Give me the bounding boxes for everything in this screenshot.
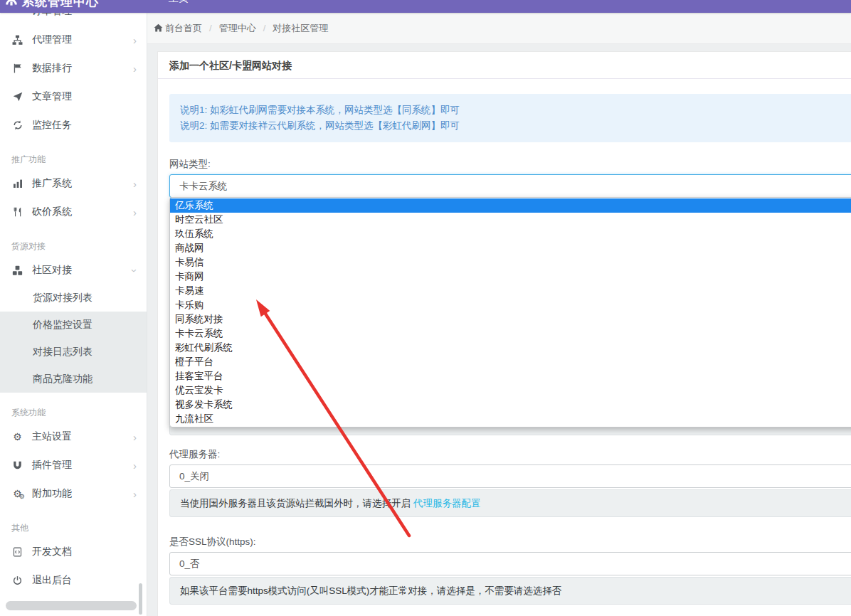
sidebar-item-article-management[interactable]: 文章管理 (0, 83, 147, 111)
sidebar-item-agent-management[interactable]: 代理管理 › (0, 26, 147, 54)
sidebar-vertical-scrollbar[interactable] (139, 583, 142, 615)
sidebar: 订单管理 代理管理 › (0, 13, 147, 616)
submenu-item-supply-list[interactable]: 货源对接列表 (0, 285, 147, 312)
ssl-help: 如果该平台需要https模式访问(又叫SSL模式)才能正常对接，请选择是，不需要… (169, 577, 851, 605)
chevron-right-icon: › (133, 207, 137, 218)
website-type-select-wrap: 卡卡云系统 亿乐系统 时空云社区 玖伍系统 商战网 卡易信 卡商网 卡易速 卡乐… (169, 174, 851, 198)
dropdown-option[interactable]: 卡商网 (170, 270, 851, 284)
brand[interactable]: 系统管理中心 (6, 0, 147, 10)
dropdown-option[interactable]: 时空云社区 (170, 213, 851, 227)
gears-icon: ⚙⚙ (11, 489, 23, 499)
proxy-label: 代理服务器: (169, 448, 851, 461)
chevron-right-icon: › (133, 179, 137, 189)
submenu-community: 货源对接列表 价格监控设置 对接日志列表 商品克隆功能 (0, 285, 147, 393)
dropdown-option[interactable]: 卡卡云系统 (170, 326, 851, 341)
dropdown-option[interactable]: 挂客宝平台 (170, 369, 851, 383)
dropdown-option[interactable]: 彩虹代刷系统 (170, 341, 851, 355)
ssl-value: 0_否 (179, 558, 200, 570)
chevron-right-icon: › (133, 35, 137, 46)
cutlery-icon (11, 207, 23, 217)
dropdown-option[interactable]: 卡易信 (170, 255, 851, 270)
file-code-icon (11, 547, 23, 557)
topbar-nav-item[interactable]: 主页 (169, 0, 189, 5)
breadcrumb-current: 对接社区管理 (273, 22, 328, 35)
website-type-label: 网站类型: (169, 158, 851, 171)
website-type-dropdown: 亿乐系统 时空云社区 玖伍系统 商战网 卡易信 卡商网 卡易速 卡乐购 同系统对… (169, 197, 851, 428)
sidebar-item-dev-docs[interactable]: 开发文档 (0, 538, 147, 566)
sidebar-section-system: 系统功能 (0, 393, 147, 423)
info-alert: 说明1: 如彩虹代刷网需要对接本系统，网站类型选【同系统】即可 说明2: 如需要… (169, 94, 851, 142)
submenu-item-price-monitor[interactable]: 价格监控设置 (0, 312, 147, 339)
chevron-right-icon: › (133, 489, 137, 499)
sidebar-horizontal-scrollbar[interactable] (6, 601, 137, 610)
dropdown-option[interactable]: 橙子平台 (170, 355, 851, 369)
chevron-right-icon: › (133, 432, 137, 442)
sidebar-section-other: 其他 (0, 508, 147, 538)
magnet-icon (11, 461, 23, 470)
submenu-item-product-clone[interactable]: 商品克隆功能 (0, 366, 147, 393)
dropdown-option[interactable]: 九流社区 (170, 412, 851, 426)
dropdown-option[interactable]: 卡易速 (170, 284, 851, 298)
dropdown-option[interactable]: 同系统对接 (170, 312, 851, 326)
proxy-config-link[interactable]: 代理服务器配置 (413, 498, 481, 509)
sidebar-item-logout[interactable]: 退出后台 (0, 566, 147, 595)
sidebar-item-plugin-management[interactable]: 插件管理 › (0, 451, 147, 479)
chevron-right-icon: › (133, 460, 137, 471)
card-title: 添加一个社区/卡盟网站对接 (158, 52, 851, 79)
main-content: 前台首页 / 管理中心 / 对接社区管理 添加一个社区/卡盟网站对接 说明1: … (147, 13, 851, 616)
chart-bar-icon (11, 179, 23, 188)
sidebar-item-addon-features[interactable]: ⚙⚙ 附加功能 › (0, 479, 147, 508)
sidebar-menu: 订单管理 代理管理 › (0, 13, 147, 595)
proxy-select[interactable]: 0_关闭 (169, 464, 851, 488)
dropdown-option[interactable]: 视多发卡系统 (170, 398, 851, 412)
ssl-select[interactable]: 0_否 (169, 552, 851, 575)
power-icon (11, 575, 23, 585)
sidebar-item-promo-system[interactable]: 推广系统 › (0, 169, 147, 198)
sidebar-section-promo: 推广功能 (0, 139, 147, 169)
sidebar-item-data-ranking[interactable]: 数据排行 › (0, 54, 147, 83)
page: 系统管理中心 主页 订单管理 代理管理 › (0, 0, 851, 616)
sidebar-item-monitor-tasks[interactable]: 监控任务 (0, 111, 147, 139)
chevron-right-icon: › (133, 63, 137, 74)
home-icon (154, 23, 163, 33)
sitemap-icon (11, 35, 23, 46)
submenu-item-log-list[interactable]: 对接日志列表 (0, 339, 147, 366)
dropdown-option[interactable]: 亿乐系统 (170, 198, 851, 213)
breadcrumb-separator: / (263, 23, 266, 33)
proxy-help-text: 当使用国外服务器且该货源站拦截国外时，请选择开启 (180, 498, 411, 509)
add-connection-card: 添加一个社区/卡盟网站对接 说明1: 如彩虹代刷网需要对接本系统，网站类型选【同… (157, 51, 851, 616)
sync-icon (11, 120, 23, 130)
dropdown-option[interactable]: 玖伍系统 (170, 227, 851, 241)
breadcrumb-admin-center-link[interactable]: 管理中心 (219, 22, 256, 35)
sidebar-item-bargain-system[interactable]: 砍价系统 › (0, 198, 147, 226)
dropdown-option[interactable]: 优云宝发卡 (170, 383, 851, 398)
card-body: 说明1: 如彩虹代刷网需要对接本系统，网站类型选【同系统】即可 说明2: 如需要… (158, 79, 851, 616)
sidebar-item-community-connection[interactable]: 社区对接 › (0, 256, 147, 285)
breadcrumb-separator: / (209, 23, 212, 33)
paper-plane-icon (11, 92, 23, 102)
alert-line-1: 说明1: 如彩虹代刷网需要对接本系统，网站类型选【同系统】即可 (180, 102, 851, 118)
sidebar-section-supply: 货源对接 (0, 226, 147, 256)
dropdown-option[interactable]: 卡乐购 (170, 298, 851, 312)
chevron-down-icon: › (130, 269, 140, 272)
alert-line-2: 说明2: 如需要对接祥云代刷系统，网站类型选【彩虹代刷网】即可 (180, 118, 851, 134)
ssl-label: 是否SSL协议(https): (169, 536, 851, 548)
sidebar-item-main-site-settings[interactable]: ⚙ 主站设置 › (0, 423, 147, 451)
sidebar-item-partial[interactable]: 订单管理 (0, 13, 147, 26)
ssl-help-text: 如果该平台需要https模式访问(又叫SSL模式)才能正常对接，请选择是，不需要… (180, 585, 561, 596)
dropdown-option[interactable]: 商战网 (170, 241, 851, 255)
website-type-value: 卡卡云系统 (179, 180, 228, 193)
breadcrumb-home-link[interactable]: 前台首页 (165, 22, 202, 35)
brand-title: 系统管理中心 (22, 0, 99, 9)
dashboard-icon (6, 0, 17, 8)
cubes-icon (11, 265, 23, 276)
proxy-value: 0_关闭 (179, 470, 209, 483)
website-type-select[interactable]: 卡卡云系统 (169, 174, 851, 198)
breadcrumb: 前台首页 / 管理中心 / 对接社区管理 (147, 13, 851, 44)
flag-icon (11, 63, 23, 73)
topbar: 系统管理中心 主页 (0, 0, 851, 13)
gear-icon: ⚙ (11, 432, 23, 442)
proxy-help: 当使用国外服务器且该货源站拦截国外时，请选择开启代理服务器配置 (169, 489, 851, 517)
